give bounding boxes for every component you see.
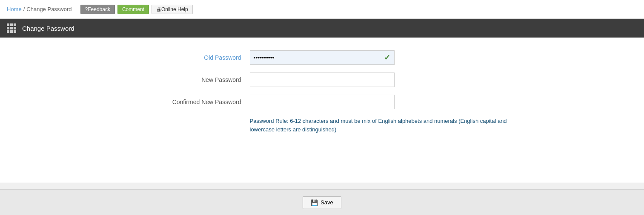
confirmed-new-password-input-wrap	[250, 95, 395, 109]
header-bar: Change Password	[0, 19, 644, 38]
form-area: Old Password ✓ New Password Confirmed Ne…	[131, 50, 514, 134]
old-password-input[interactable]	[250, 50, 395, 65]
save-button[interactable]: 💾 Save	[303, 196, 341, 209]
check-mark-icon: ✓	[384, 53, 390, 62]
old-password-input-wrap: ✓	[250, 50, 395, 65]
footer-bar: 💾 Save	[0, 189, 644, 215]
top-bar-buttons: ?Feedback Comment 🖨Online Help	[80, 5, 193, 14]
breadcrumb-current: Change Password	[26, 6, 72, 12]
save-icon: 💾	[311, 199, 318, 206]
page-title: Change Password	[22, 25, 74, 32]
password-rule-text: Password Rule: 6-12 characters and must …	[250, 117, 514, 134]
confirmed-new-password-row: Confirmed New Password	[131, 95, 514, 109]
breadcrumb: Home / Change Password	[7, 6, 72, 12]
old-password-row: Old Password ✓	[131, 50, 514, 65]
new-password-label: New Password	[131, 76, 250, 83]
comment-button[interactable]: Comment	[117, 5, 149, 14]
confirmed-new-password-input[interactable]	[250, 95, 395, 109]
main-content: Old Password ✓ New Password Confirmed Ne…	[0, 38, 644, 183]
feedback-button[interactable]: ?Feedback	[80, 5, 115, 14]
new-password-input[interactable]	[250, 73, 395, 87]
breadcrumb-home-link[interactable]: Home	[7, 6, 22, 12]
save-label: Save	[321, 199, 333, 206]
top-bar: Home / Change Password ?Feedback Comment…	[0, 0, 644, 19]
confirmed-new-password-label: Confirmed New Password	[131, 99, 250, 105]
online-help-button[interactable]: 🖨Online Help	[152, 5, 193, 14]
grid-icon	[7, 23, 16, 33]
breadcrumb-separator: /	[23, 6, 25, 12]
old-password-label: Old Password	[131, 54, 250, 61]
new-password-input-wrap	[250, 73, 395, 87]
new-password-row: New Password	[131, 73, 514, 87]
